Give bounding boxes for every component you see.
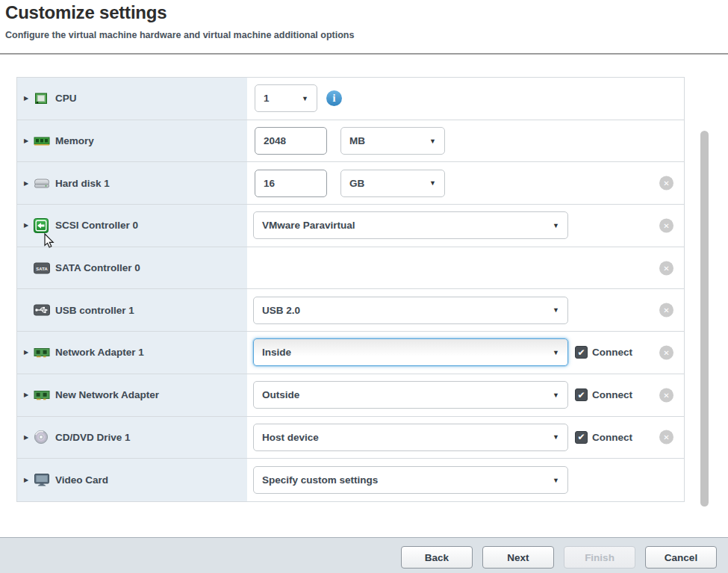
hard-disk-1-unit-select[interactable]: GB▼ [340,170,445,197]
connect-checkbox[interactable]: ✔ [575,388,588,401]
hardware-row-cd-dvd-drive-1: ▶CD/DVD Drive 1Host device▼✔Connect✕ [17,417,684,459]
device-cell-sata-controller-0: ▶SATASATA Controller 0 [17,247,247,289]
device-settings-cell-scsi-controller-0: VMware Paravirtual▼✕ [247,205,684,247]
expand-arrow-icon[interactable]: ▶ [24,477,34,483]
memory-input[interactable] [255,127,327,155]
info-icon[interactable]: i [326,90,342,106]
hardware-row-cpu: ▶CPU1▼i [17,78,684,120]
device-settings-cell-sata-controller-0: ✕ [247,247,684,289]
usb-controller-icon [34,304,53,316]
remove-device-icon[interactable]: ✕ [659,218,673,232]
device-cell-memory: ▶Memory [17,120,247,162]
remove-device-icon[interactable]: ✕ [659,345,673,359]
expand-arrow-icon[interactable]: ▶ [24,137,34,144]
device-label: New Network Adapter [55,389,159,400]
device-settings-cell-usb-controller-1: USB 2.0▼✕ [247,289,684,331]
cpu-select[interactable]: 1▼ [255,84,317,112]
device-cell-network-adapter-1: ▶Network Adapter 1 [17,332,247,374]
device-label: USB controller 1 [55,305,134,316]
device-label: Network Adapter 1 [55,347,144,358]
remove-device-icon[interactable]: ✕ [659,303,673,318]
device-label: Hard disk 1 [55,178,110,189]
device-settings-cell-cpu: 1▼i [247,78,684,120]
device-label: CD/DVD Drive 1 [55,432,131,443]
chevron-down-icon: ▼ [553,391,559,399]
hardware-row-video-card: ▶Video CardSpecify custom settings▼ [17,459,684,501]
hardware-row-new-network-adapter: ▶New Network AdapterOutside▼✔Connect✕ [17,374,684,417]
network-adapter-1-select-value: Inside [262,347,291,358]
scsi-controller-0-select[interactable]: VMware Paravirtual▼ [253,211,568,239]
device-cell-cpu: ▶CPU [17,78,247,120]
cd-dvd-drive-1-select-value: Host device [262,432,319,443]
customize-settings-page: Customize settings Configure the virtual… [0,0,728,573]
hardware-row-usb-controller-1: ▶USB controller 1USB 2.0▼✕ [17,289,684,332]
device-label: Memory [55,135,94,146]
device-settings-cell-new-network-adapter: Outside▼✔Connect✕ [247,374,684,416]
memory-unit-select-value: MB [349,135,365,146]
device-settings-cell-hard-disk-1: GB▼✕ [247,162,684,204]
remove-device-icon[interactable]: ✕ [659,261,673,275]
video-card-select-value: Specify custom settings [262,474,378,486]
hard-disk-icon [34,177,53,190]
hardware-row-network-adapter-1: ▶Network Adapter 1Inside▼✔Connect✕ [17,332,684,374]
device-cell-new-network-adapter: ▶New Network Adapter [17,374,247,416]
connect-label: Connect [592,389,632,400]
cancel-button[interactable]: Cancel [645,546,717,569]
cd-dvd-drive-1-select[interactable]: Host device▼ [253,424,568,451]
expand-arrow-icon[interactable]: ▶ [24,349,34,356]
cpu-select-value: 1 [264,93,270,104]
scsi-controller-icon [34,218,53,233]
device-settings-cell-network-adapter-1: Inside▼✔Connect✕ [247,332,684,374]
hard-disk-1-input[interactable] [255,170,327,197]
hardware-row-hard-disk-1: ▶Hard disk 1GB▼✕ [17,162,684,205]
hardware-row-scsi-controller-0: ▶SCSI Controller 0VMware Paravirtual▼✕ [17,205,684,247]
page-subtitle: Configure the virtual machine hardware a… [5,30,354,40]
header-divider [0,53,728,55]
usb-controller-1-select-value: USB 2.0 [262,305,300,316]
device-cell-usb-controller-1: ▶USB controller 1 [17,289,247,331]
mouse-cursor [44,233,56,253]
expand-arrow-icon[interactable]: ▶ [24,95,34,102]
video-card-select[interactable]: Specify custom settings▼ [253,466,568,494]
device-settings-cell-cd-dvd-drive-1: Host device▼✔Connect✕ [247,417,684,459]
device-settings-cell-memory: MB▼ [247,120,684,162]
device-label: Video Card [55,474,108,486]
expand-arrow-icon[interactable]: ▶ [24,434,34,441]
next-button[interactable]: Next [482,546,554,569]
device-cell-video-card: ▶Video Card [17,459,247,501]
expand-arrow-icon[interactable]: ▶ [24,180,34,187]
video-card-icon [34,473,53,487]
device-label: SCSI Controller 0 [55,220,138,231]
chevron-down-icon: ▼ [553,433,559,441]
expand-arrow-icon[interactable]: ▶ [24,222,34,229]
connect-label: Connect [592,347,632,358]
wizard-footer-bar: BackNextFinishCancel [0,537,728,573]
chevron-down-icon: ▼ [553,477,559,484]
network-adapter-1-select[interactable]: Inside▼ [253,338,568,366]
back-button[interactable]: Back [401,546,473,569]
connect-label: Connect [592,432,632,443]
new-network-adapter-select[interactable]: Outside▼ [253,381,568,409]
usb-controller-1-select[interactable]: USB 2.0▼ [253,297,568,324]
hard-disk-1-unit-select-value: GB [349,178,364,189]
sata-controller-icon: SATA [34,262,53,274]
hardware-row-sata-controller-0: ▶SATASATA Controller 0✕ [17,247,684,290]
remove-device-icon[interactable]: ✕ [659,388,673,402]
remove-device-icon[interactable]: ✕ [659,430,673,445]
device-label: SATA Controller 0 [55,262,140,273]
network-adapter-icon [34,346,53,359]
remove-device-icon[interactable]: ✕ [659,176,673,191]
hardware-row-memory: ▶MemoryMB▼ [17,120,684,163]
connect-checkbox[interactable]: ✔ [575,346,588,359]
connect-checkbox[interactable]: ✔ [575,431,588,444]
network-adapter-icon [34,388,53,401]
memory-unit-select[interactable]: MB▼ [340,127,445,155]
chevron-down-icon: ▼ [302,95,308,102]
device-cell-hard-disk-1: ▶Hard disk 1 [17,162,247,204]
svg-text:SATA: SATA [36,266,48,270]
vertical-scrollbar-thumb[interactable] [700,131,709,507]
scsi-controller-0-select-value: VMware Paravirtual [262,220,355,231]
hardware-settings-table: ▶CPU1▼i▶MemoryMB▼▶Hard disk 1GB▼✕▶SCSI C… [16,77,685,502]
expand-arrow-icon[interactable]: ▶ [24,391,34,398]
chevron-down-icon: ▼ [553,349,559,356]
